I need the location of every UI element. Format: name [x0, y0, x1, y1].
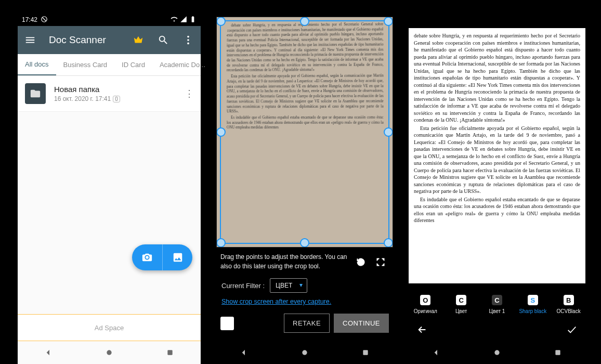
dnd-icon: [41, 16, 48, 24]
fullscreen-icon[interactable]: [372, 254, 389, 270]
nav-home-icon[interactable]: [487, 342, 507, 363]
empty-body: [18, 112, 201, 314]
folder-icon: [25, 83, 46, 104]
filter-ocvblack[interactable]: B OCVBlack: [553, 295, 585, 314]
crop-handle-mr[interactable]: [384, 127, 393, 137]
nav-home-icon[interactable]: [99, 342, 120, 363]
folder-name: Новая папка: [54, 85, 183, 94]
row-overflow-icon[interactable]: ⋮: [183, 88, 195, 99]
app-title: Doc Scanner: [46, 34, 123, 46]
svg-point-5: [107, 350, 111, 355]
folder-list: Новая папка 16 окт. 2020 г. 17:41 0 ⋮: [18, 76, 201, 112]
edit-icon[interactable]: [220, 317, 234, 330]
crop-handle-bl[interactable]: [216, 238, 226, 248]
nav-back-icon[interactable]: [233, 342, 254, 363]
crop-hint: Drag the points to adjust the borders. Y…: [220, 253, 349, 271]
nav-home-icon[interactable]: [294, 342, 315, 363]
tab-id-card[interactable]: ID Card: [114, 54, 152, 75]
camera-button[interactable]: [132, 244, 162, 270]
svg-point-3: [187, 39, 189, 41]
continue-button[interactable]: CONTINUE: [334, 314, 389, 333]
filter-label: Current Filter :: [221, 282, 265, 290]
nav-back-icon[interactable]: [426, 342, 447, 363]
filter-color[interactable]: C Цвет: [445, 295, 477, 314]
battery-icon: [187, 16, 197, 24]
app-bar: Doc Scanner: [18, 26, 201, 54]
svg-point-2: [187, 36, 189, 38]
status-time: 17:42: [22, 16, 37, 23]
phone-result: debate sobre Hungría, y en respuesta al …: [406, 14, 589, 364]
confirm-row: [406, 317, 589, 341]
category-tabs: All docs Business Card ID Card Academic …: [18, 54, 201, 76]
phone-doc-list: 17:42 Doc Scanner All docs Business Card…: [18, 14, 201, 364]
filter-select[interactable]: ЦВЕТ: [270, 278, 307, 293]
tab-business-card[interactable]: Business Card: [56, 54, 115, 75]
nav-recent-icon[interactable]: [160, 342, 180, 363]
tab-all-docs[interactable]: All docs: [18, 54, 56, 75]
premium-icon[interactable]: [129, 31, 148, 49]
menu-icon[interactable]: [21, 31, 40, 49]
tab-academic[interactable]: Academic Do...: [152, 54, 213, 75]
crop-area: debate sobre Hungría, y en respuesta al …: [213, 14, 396, 341]
filter-original[interactable]: O Оригинал: [409, 295, 441, 314]
folder-text: Новая папка 16 окт. 2020 г. 17:41 0: [54, 85, 183, 102]
rotate-icon[interactable]: [352, 254, 369, 270]
back-arrow-icon[interactable]: [415, 322, 429, 337]
svg-rect-8: [363, 350, 368, 355]
nav-bar: [18, 341, 201, 364]
filter-sharp-black[interactable]: S Sharp black: [517, 295, 549, 314]
retake-button[interactable]: RETAKE: [284, 314, 330, 333]
nav-recent-icon[interactable]: [355, 342, 376, 363]
svg-line-1: [43, 17, 46, 21]
fab-group: [132, 244, 192, 270]
filter-color1[interactable]: C Цвет 1: [481, 295, 513, 314]
ad-space: Ad Space: [18, 314, 201, 341]
crop-handle-tl[interactable]: [216, 17, 226, 26]
preview-text: debate sobre Hungría, y en respuesta al …: [226, 22, 384, 243]
crop-handle-tr[interactable]: [384, 17, 393, 26]
crop-handle-br[interactable]: [384, 238, 393, 248]
folder-row[interactable]: Новая папка 16 окт. 2020 г. 17:41 0 ⋮: [18, 76, 201, 112]
signal-icon: [178, 16, 187, 24]
svg-rect-6: [168, 350, 173, 355]
svg-rect-10: [556, 350, 560, 355]
wifi-icon: [168, 16, 178, 24]
show-crop-link[interactable]: Show crop screen after every capture.: [216, 297, 393, 310]
nav-recent-icon[interactable]: [547, 342, 568, 363]
phone-crop: debate sobre Hungría, y en respuesta al …: [213, 14, 396, 364]
filter-tabs: O Оригинал C Цвет C Цвет 1 S Sharp black…: [406, 288, 589, 317]
confirm-check-icon[interactable]: [565, 322, 579, 337]
result-document: debate sobre Hungría, y en respuesta al …: [409, 28, 585, 283]
folder-count: 0: [113, 96, 120, 102]
crop-handle-ml[interactable]: [216, 127, 226, 137]
overflow-icon[interactable]: [179, 31, 198, 49]
gallery-button[interactable]: [162, 244, 192, 270]
svg-point-4: [187, 43, 189, 45]
svg-point-7: [302, 350, 307, 355]
search-icon[interactable]: [154, 31, 173, 49]
svg-point-9: [494, 350, 499, 355]
result-area: debate sobre Hungría, y en respuesta al …: [406, 14, 589, 288]
folder-date: 16 окт. 2020 г. 17:41: [54, 95, 111, 102]
nav-back-icon[interactable]: [38, 342, 59, 363]
nav-bar: [406, 341, 589, 364]
nav-bar: [213, 341, 396, 364]
document-preview[interactable]: debate sobre Hungría, y en respuesta al …: [216, 17, 393, 248]
status-bar: 17:42: [18, 14, 201, 26]
